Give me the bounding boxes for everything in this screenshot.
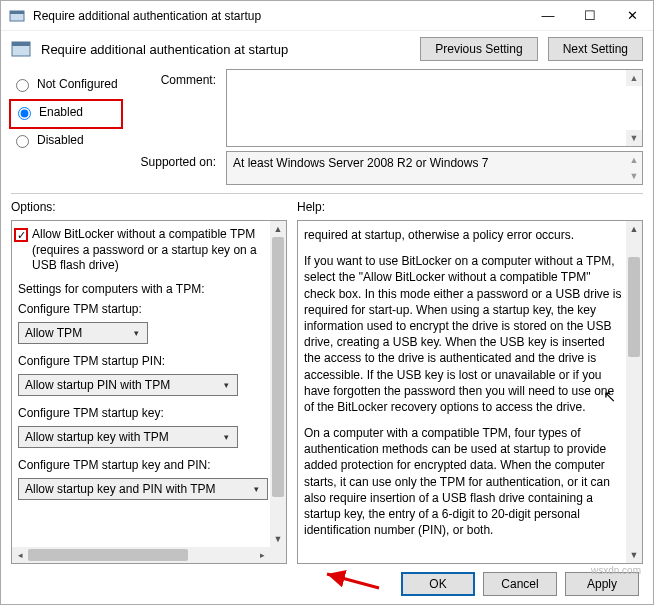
divider	[11, 193, 643, 194]
ok-button[interactable]: OK	[401, 572, 475, 596]
minimize-button[interactable]: —	[527, 1, 569, 31]
comment-textarea[interactable]: ▲ ▼	[226, 69, 643, 147]
titlebar: Require additional authentication at sta…	[1, 1, 653, 31]
radio-label: Enabled	[39, 105, 83, 119]
highlight-arrow-icon	[321, 568, 381, 592]
policy-icon	[11, 39, 31, 59]
scroll-up-icon[interactable]: ▲	[626, 221, 642, 237]
chevron-down-icon: ▾	[129, 326, 143, 340]
scroll-thumb[interactable]	[628, 257, 640, 357]
maximize-button[interactable]: ☐	[569, 1, 611, 31]
gpo-editor-window: Require additional authentication at sta…	[0, 0, 654, 605]
tpm-settings-heading: Settings for computers with a TPM:	[18, 282, 268, 296]
scroll-up-icon: ▲	[626, 152, 642, 168]
help-label: Help:	[297, 198, 643, 220]
help-paragraph: If you want to use BitLocker on a comput…	[304, 253, 622, 415]
svg-line-4	[327, 574, 379, 588]
supported-on-box: At least Windows Server 2008 R2 or Windo…	[226, 151, 643, 185]
tpm-startup-combo[interactable]: Allow TPM ▾	[18, 322, 148, 344]
scroll-down-icon[interactable]: ▼	[270, 531, 286, 547]
scroll-down-icon[interactable]: ▼	[626, 547, 642, 563]
allow-bitlocker-no-tpm-label: Allow BitLocker without a compatible TPM…	[32, 227, 272, 274]
combo-value: Allow startup PIN with TPM	[25, 378, 170, 392]
radio-enabled[interactable]: Enabled	[13, 101, 119, 123]
svg-rect-1	[10, 11, 24, 14]
options-label: Options:	[11, 198, 287, 220]
window-title: Require additional authentication at sta…	[33, 9, 527, 23]
chevron-down-icon: ▾	[249, 482, 263, 496]
combo-label: Configure TPM startup:	[18, 302, 268, 316]
scroll-down-icon[interactable]: ▼	[626, 130, 642, 146]
supported-on-label: Supported on:	[131, 151, 216, 169]
scroll-up-icon[interactable]: ▲	[626, 70, 642, 86]
radio-disabled[interactable]: Disabled	[11, 129, 121, 151]
chevron-down-icon: ▾	[219, 378, 233, 392]
previous-setting-button[interactable]: Previous Setting	[420, 37, 537, 61]
policy-title: Require additional authentication at sta…	[41, 42, 410, 57]
comment-label: Comment:	[131, 69, 216, 87]
radio-label: Disabled	[37, 133, 84, 147]
help-paragraph: required at startup, otherwise a policy …	[304, 227, 622, 243]
policy-icon	[9, 8, 25, 24]
scroll-up-icon[interactable]: ▲	[270, 221, 286, 237]
dialog-buttons: OK Cancel Apply	[11, 564, 643, 598]
help-text[interactable]: required at startup, otherwise a policy …	[298, 221, 642, 563]
close-button[interactable]: ✕	[611, 1, 653, 31]
radio-enabled-input[interactable]	[18, 107, 31, 120]
next-setting-button[interactable]: Next Setting	[548, 37, 643, 61]
help-vscrollbar[interactable]: ▲ ▼	[626, 221, 642, 563]
combo-label: Configure TPM startup key and PIN:	[18, 458, 268, 472]
radio-label: Not Configured	[37, 77, 118, 91]
tpm-startup-key-combo[interactable]: Allow startup key with TPM ▾	[18, 426, 238, 448]
chevron-down-icon: ▾	[219, 430, 233, 444]
options-box: ✓ Allow BitLocker without a compatible T…	[11, 220, 287, 564]
scroll-thumb[interactable]	[28, 549, 188, 561]
scroll-thumb[interactable]	[272, 237, 284, 497]
supported-on-value: At least Windows Server 2008 R2 or Windo…	[233, 156, 488, 170]
cancel-button[interactable]: Cancel	[483, 572, 557, 596]
scroll-left-icon[interactable]: ◂	[12, 547, 28, 563]
radio-not-configured-input[interactable]	[16, 79, 29, 92]
combo-label: Configure TPM startup key:	[18, 406, 268, 420]
tpm-startup-pin-combo[interactable]: Allow startup PIN with TPM ▾	[18, 374, 238, 396]
options-vscrollbar[interactable]: ▲ ▼	[270, 221, 286, 563]
radio-not-configured[interactable]: Not Configured	[11, 73, 121, 95]
svg-rect-3	[12, 42, 30, 46]
combo-value: Allow TPM	[25, 326, 82, 340]
tpm-startup-key-pin-combo[interactable]: Allow startup key and PIN with TPM ▾	[18, 478, 268, 500]
scroll-right-icon[interactable]: ▸	[254, 547, 270, 563]
radio-disabled-input[interactable]	[16, 135, 29, 148]
help-paragraph: On a computer with a compatible TPM, fou…	[304, 425, 622, 538]
combo-value: Allow startup key and PIN with TPM	[25, 482, 216, 496]
options-hscrollbar[interactable]: ◂ ▸	[12, 547, 270, 563]
allow-bitlocker-no-tpm-checkbox[interactable]: ✓	[14, 228, 28, 242]
state-radio-group: Not Configured Enabled Disabled	[11, 69, 121, 185]
combo-value: Allow startup key with TPM	[25, 430, 169, 444]
watermark: wsxdn.com	[591, 565, 641, 576]
combo-label: Configure TPM startup PIN:	[18, 354, 268, 368]
scroll-down-icon: ▼	[626, 168, 642, 184]
help-box: required at startup, otherwise a policy …	[297, 220, 643, 564]
header-row: Require additional authentication at sta…	[1, 31, 653, 67]
